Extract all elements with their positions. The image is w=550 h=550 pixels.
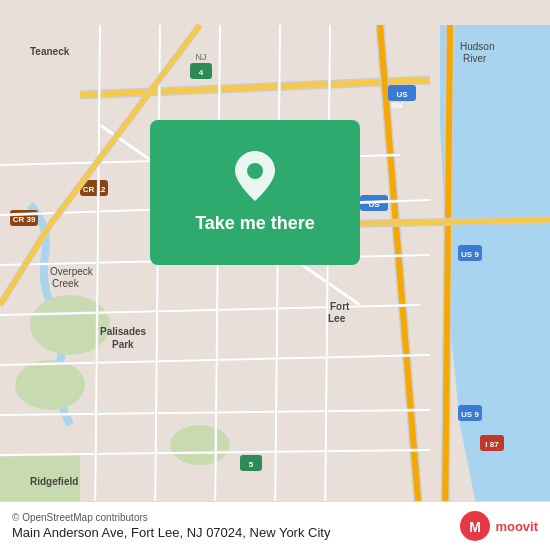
svg-text:Fort: Fort bbox=[330, 301, 350, 312]
osm-credit: © OpenStreetMap contributors bbox=[12, 512, 330, 523]
svg-text:NJ: NJ bbox=[196, 52, 207, 62]
cta-label: Take me there bbox=[195, 213, 315, 234]
svg-text:Overpeck: Overpeck bbox=[50, 266, 94, 277]
svg-point-74 bbox=[247, 163, 263, 179]
svg-text:CR 39: CR 39 bbox=[13, 215, 36, 224]
svg-text:M: M bbox=[470, 519, 482, 535]
svg-text:CR 12: CR 12 bbox=[83, 185, 106, 194]
svg-text:US: US bbox=[396, 90, 408, 99]
svg-text:Hudson: Hudson bbox=[460, 41, 494, 52]
moovit-text: moovit bbox=[495, 519, 538, 534]
take-me-there-button[interactable]: Take me there bbox=[150, 120, 360, 265]
svg-point-5 bbox=[170, 425, 230, 465]
svg-text:Ridgefield: Ridgefield bbox=[30, 476, 78, 487]
svg-text:Park: Park bbox=[112, 339, 134, 350]
moovit-logo: M moovit bbox=[459, 510, 538, 542]
svg-text:5: 5 bbox=[249, 460, 254, 469]
svg-text:4: 4 bbox=[199, 68, 204, 77]
bottom-bar: © OpenStreetMap contributors Main Anders… bbox=[0, 501, 550, 550]
svg-text:US 9: US 9 bbox=[461, 410, 479, 419]
svg-text:River: River bbox=[463, 53, 487, 64]
map-background: 4 NJ US 9W US US 9 US 9 I 87 CR 39 CR 12… bbox=[0, 0, 550, 550]
svg-text:US 9: US 9 bbox=[461, 250, 479, 259]
location-pin-icon bbox=[235, 151, 275, 205]
svg-point-3 bbox=[15, 360, 85, 410]
svg-text:Palisades: Palisades bbox=[100, 326, 147, 337]
svg-text:I 87: I 87 bbox=[485, 440, 499, 449]
svg-text:9W: 9W bbox=[391, 101, 403, 110]
svg-text:Lee: Lee bbox=[328, 313, 346, 324]
moovit-icon: M bbox=[459, 510, 491, 542]
address-text: Main Anderson Ave, Fort Lee, NJ 07024, N… bbox=[12, 525, 330, 540]
map-container: 4 NJ US 9W US US 9 US 9 I 87 CR 39 CR 12… bbox=[0, 0, 550, 550]
svg-text:Creek: Creek bbox=[52, 278, 80, 289]
bottom-left: © OpenStreetMap contributors Main Anders… bbox=[12, 512, 330, 540]
svg-text:Teaneck: Teaneck bbox=[30, 46, 70, 57]
